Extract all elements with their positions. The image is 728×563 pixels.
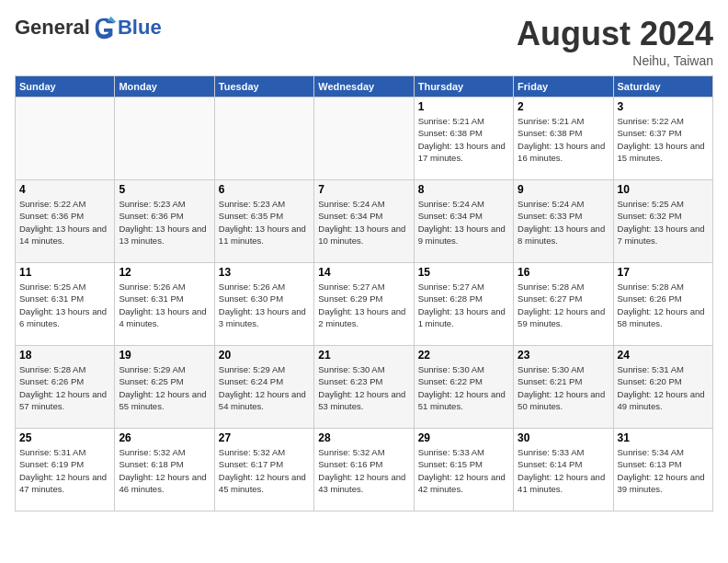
day-header-wednesday: Wednesday (314, 76, 414, 98)
calendar-cell: 17Sunrise: 5:28 AM Sunset: 6:26 PM Dayli… (613, 263, 712, 346)
day-info: Sunrise: 5:25 AM Sunset: 6:31 PM Dayligh… (19, 281, 110, 329)
location-text: Neihu, Taiwan (517, 53, 713, 68)
day-number: 28 (318, 431, 409, 444)
day-info: Sunrise: 5:23 AM Sunset: 6:35 PM Dayligh… (219, 198, 310, 247)
day-info: Sunrise: 5:34 AM Sunset: 6:13 PM Dayligh… (618, 446, 709, 495)
day-info: Sunrise: 5:31 AM Sunset: 6:20 PM Dayligh… (618, 363, 709, 412)
calendar-cell (214, 98, 313, 180)
day-number: 1 (418, 100, 509, 113)
calendar-cell: 24Sunrise: 5:31 AM Sunset: 6:20 PM Dayli… (613, 346, 712, 429)
day-header-sunday: Sunday (16, 76, 115, 98)
day-info: Sunrise: 5:22 AM Sunset: 6:36 PM Dayligh… (19, 198, 110, 247)
day-number: 21 (318, 349, 409, 362)
calendar-cell: 2Sunrise: 5:21 AM Sunset: 6:38 PM Daylig… (514, 98, 613, 180)
day-number: 10 (618, 183, 709, 196)
day-number: 6 (219, 183, 310, 196)
day-number: 29 (418, 431, 509, 444)
day-number: 11 (19, 266, 110, 279)
day-info: Sunrise: 5:24 AM Sunset: 6:34 PM Dayligh… (318, 198, 409, 247)
day-number: 16 (518, 266, 609, 279)
calendar-week-2: 4Sunrise: 5:22 AM Sunset: 6:36 PM Daylig… (16, 180, 713, 263)
calendar-cell: 1Sunrise: 5:21 AM Sunset: 6:38 PM Daylig… (414, 98, 513, 180)
day-header-tuesday: Tuesday (214, 76, 313, 98)
day-info: Sunrise: 5:21 AM Sunset: 6:38 PM Dayligh… (518, 115, 609, 164)
day-info: Sunrise: 5:28 AM Sunset: 6:26 PM Dayligh… (19, 363, 110, 412)
calendar-cell: 9Sunrise: 5:24 AM Sunset: 6:33 PM Daylig… (514, 180, 613, 263)
calendar-cell: 19Sunrise: 5:29 AM Sunset: 6:25 PM Dayli… (115, 346, 214, 429)
day-info: Sunrise: 5:32 AM Sunset: 6:17 PM Dayligh… (219, 446, 310, 495)
day-info: Sunrise: 5:26 AM Sunset: 6:31 PM Dayligh… (119, 281, 210, 329)
day-info: Sunrise: 5:28 AM Sunset: 6:27 PM Dayligh… (518, 281, 609, 329)
calendar-cell: 22Sunrise: 5:30 AM Sunset: 6:22 PM Dayli… (414, 346, 513, 429)
page-header: General Blue August 2024 Neihu, Taiwan (15, 15, 713, 68)
day-number: 31 (618, 431, 709, 444)
logo-general-text: General (15, 16, 90, 40)
month-year-title: August 2024 (517, 15, 713, 53)
day-info: Sunrise: 5:27 AM Sunset: 6:28 PM Dayligh… (418, 281, 509, 329)
day-info: Sunrise: 5:29 AM Sunset: 6:25 PM Dayligh… (119, 363, 210, 412)
calendar-cell: 28Sunrise: 5:32 AM Sunset: 6:16 PM Dayli… (314, 429, 414, 511)
calendar-cell: 31Sunrise: 5:34 AM Sunset: 6:13 PM Dayli… (613, 429, 712, 511)
day-info: Sunrise: 5:23 AM Sunset: 6:36 PM Dayligh… (119, 198, 210, 247)
calendar-cell (115, 98, 214, 180)
calendar-cell: 15Sunrise: 5:27 AM Sunset: 6:28 PM Dayli… (414, 263, 513, 346)
day-header-monday: Monday (115, 76, 214, 98)
calendar-cell (314, 98, 414, 180)
calendar-cell: 16Sunrise: 5:28 AM Sunset: 6:27 PM Dayli… (514, 263, 613, 346)
calendar-cell: 26Sunrise: 5:32 AM Sunset: 6:18 PM Dayli… (115, 429, 214, 511)
calendar-cell: 14Sunrise: 5:27 AM Sunset: 6:29 PM Dayli… (314, 263, 414, 346)
day-number: 8 (418, 183, 509, 196)
calendar-table: SundayMondayTuesdayWednesdayThursdayFrid… (15, 75, 713, 511)
calendar-cell: 8Sunrise: 5:24 AM Sunset: 6:34 PM Daylig… (414, 180, 513, 263)
day-info: Sunrise: 5:32 AM Sunset: 6:16 PM Dayligh… (318, 446, 409, 495)
day-number: 13 (219, 266, 310, 279)
calendar-cell: 4Sunrise: 5:22 AM Sunset: 6:36 PM Daylig… (16, 180, 115, 263)
calendar-cell: 23Sunrise: 5:30 AM Sunset: 6:21 PM Dayli… (514, 346, 613, 429)
day-info: Sunrise: 5:21 AM Sunset: 6:38 PM Dayligh… (418, 115, 509, 164)
day-info: Sunrise: 5:30 AM Sunset: 6:21 PM Dayligh… (518, 363, 609, 412)
day-number: 30 (518, 431, 609, 444)
calendar-cell: 7Sunrise: 5:24 AM Sunset: 6:34 PM Daylig… (314, 180, 414, 263)
day-number: 24 (618, 349, 709, 362)
day-number: 15 (418, 266, 509, 279)
day-number: 19 (119, 349, 210, 362)
logo: General Blue (15, 15, 162, 40)
calendar-week-3: 11Sunrise: 5:25 AM Sunset: 6:31 PM Dayli… (16, 263, 713, 346)
day-number: 5 (119, 183, 210, 196)
day-number: 27 (219, 431, 310, 444)
calendar-cell: 13Sunrise: 5:26 AM Sunset: 6:30 PM Dayli… (214, 263, 313, 346)
calendar-cell: 5Sunrise: 5:23 AM Sunset: 6:36 PM Daylig… (115, 180, 214, 263)
day-info: Sunrise: 5:30 AM Sunset: 6:23 PM Dayligh… (318, 363, 409, 412)
day-info: Sunrise: 5:26 AM Sunset: 6:30 PM Dayligh… (219, 281, 310, 329)
day-number: 18 (19, 349, 110, 362)
day-info: Sunrise: 5:24 AM Sunset: 6:33 PM Dayligh… (518, 198, 609, 247)
day-info: Sunrise: 5:27 AM Sunset: 6:29 PM Dayligh… (318, 281, 409, 329)
calendar-cell (16, 98, 115, 180)
calendar-cell: 3Sunrise: 5:22 AM Sunset: 6:37 PM Daylig… (613, 98, 712, 180)
day-number: 4 (19, 183, 110, 196)
day-number: 9 (518, 183, 609, 196)
calendar-cell: 12Sunrise: 5:26 AM Sunset: 6:31 PM Dayli… (115, 263, 214, 346)
day-header-friday: Friday (514, 76, 613, 98)
calendar-cell: 21Sunrise: 5:30 AM Sunset: 6:23 PM Dayli… (314, 346, 414, 429)
calendar-cell: 10Sunrise: 5:25 AM Sunset: 6:32 PM Dayli… (613, 180, 712, 263)
calendar-cell: 30Sunrise: 5:33 AM Sunset: 6:14 PM Dayli… (514, 429, 613, 511)
day-info: Sunrise: 5:22 AM Sunset: 6:37 PM Dayligh… (618, 115, 709, 164)
day-info: Sunrise: 5:30 AM Sunset: 6:22 PM Dayligh… (418, 363, 509, 412)
calendar-week-1: 1Sunrise: 5:21 AM Sunset: 6:38 PM Daylig… (16, 98, 713, 180)
title-block: August 2024 Neihu, Taiwan (517, 15, 713, 68)
calendar-cell: 29Sunrise: 5:33 AM Sunset: 6:15 PM Dayli… (414, 429, 513, 511)
day-number: 12 (119, 266, 210, 279)
calendar-body: 1Sunrise: 5:21 AM Sunset: 6:38 PM Daylig… (16, 98, 713, 511)
calendar-week-4: 18Sunrise: 5:28 AM Sunset: 6:26 PM Dayli… (16, 346, 713, 429)
calendar-cell: 25Sunrise: 5:31 AM Sunset: 6:19 PM Dayli… (16, 429, 115, 511)
day-number: 17 (618, 266, 709, 279)
day-info: Sunrise: 5:25 AM Sunset: 6:32 PM Dayligh… (618, 198, 709, 247)
calendar-cell: 11Sunrise: 5:25 AM Sunset: 6:31 PM Dayli… (16, 263, 115, 346)
day-number: 2 (518, 100, 609, 113)
day-info: Sunrise: 5:24 AM Sunset: 6:34 PM Dayligh… (418, 198, 509, 247)
calendar-cell: 18Sunrise: 5:28 AM Sunset: 6:26 PM Dayli… (16, 346, 115, 429)
day-number: 26 (119, 431, 210, 444)
day-info: Sunrise: 5:29 AM Sunset: 6:24 PM Dayligh… (219, 363, 310, 412)
day-number: 14 (318, 266, 409, 279)
